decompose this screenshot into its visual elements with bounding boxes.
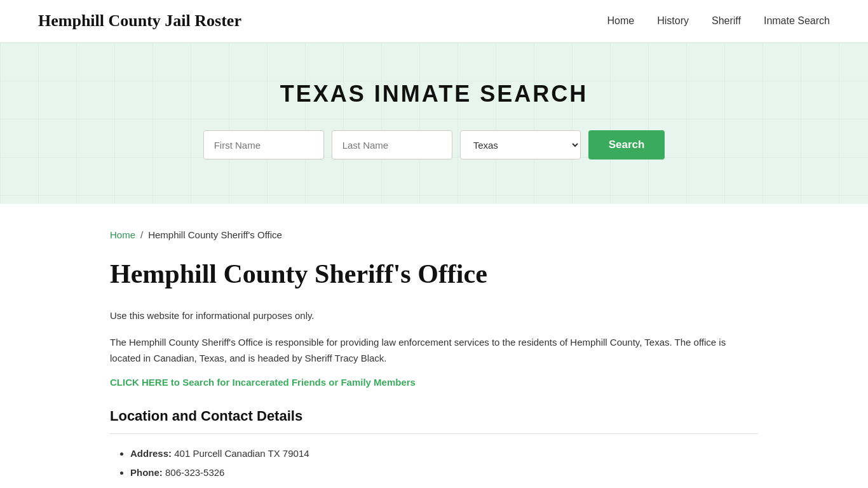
breadcrumb-current: Hemphill County Sheriff's Office bbox=[148, 229, 282, 240]
contact-section-heading: Location and Contact Details bbox=[110, 408, 758, 434]
breadcrumb-home[interactable]: Home bbox=[110, 229, 135, 240]
phone-value: 806-323-5326 bbox=[165, 467, 224, 478]
address-label: Address: bbox=[130, 448, 172, 459]
site-header: Hemphill County Jail Roster Home History… bbox=[0, 0, 868, 43]
first-name-input[interactable] bbox=[203, 130, 324, 159]
last-name-input[interactable] bbox=[332, 130, 452, 159]
nav-history[interactable]: History bbox=[657, 15, 689, 27]
cta-link[interactable]: CLICK HERE to Search for Incarcerated Fr… bbox=[110, 377, 416, 388]
breadcrumb-separator: / bbox=[140, 229, 143, 240]
search-button[interactable]: Search bbox=[588, 130, 665, 159]
phone-label: Phone: bbox=[130, 467, 163, 478]
address-value: 401 Purcell Canadian TX 79014 bbox=[174, 448, 309, 459]
breadcrumb: Home / Hemphill County Sheriff's Office bbox=[110, 229, 758, 240]
site-title: Hemphill County Jail Roster bbox=[38, 11, 241, 30]
state-select[interactable]: Texas bbox=[460, 130, 581, 159]
disclaimer-text: Use this website for informational purpo… bbox=[110, 308, 758, 324]
main-content: Home / Hemphill County Sheriff's Office … bbox=[72, 204, 796, 488]
nav-home[interactable]: Home bbox=[607, 15, 635, 27]
main-nav: Home History Sheriff Inmate Search bbox=[607, 15, 830, 27]
hero-title: TEXAS INMATE SEARCH bbox=[13, 81, 855, 107]
nav-inmate-search[interactable]: Inmate Search bbox=[764, 15, 830, 27]
nav-sheriff[interactable]: Sheriff bbox=[712, 15, 741, 27]
phone-item: Phone: 806-323-5326 bbox=[130, 463, 758, 482]
description-text: The Hemphill County Sheriff's Office is … bbox=[110, 334, 758, 367]
address-item: Address: 401 Purcell Canadian TX 79014 bbox=[130, 444, 758, 463]
contact-list: Address: 401 Purcell Canadian TX 79014 P… bbox=[110, 444, 758, 482]
hero-section: TEXAS INMATE SEARCH Texas Search bbox=[0, 43, 868, 204]
search-form: Texas Search bbox=[13, 130, 855, 159]
page-title: Hemphill County Sheriff's Office bbox=[110, 258, 758, 290]
